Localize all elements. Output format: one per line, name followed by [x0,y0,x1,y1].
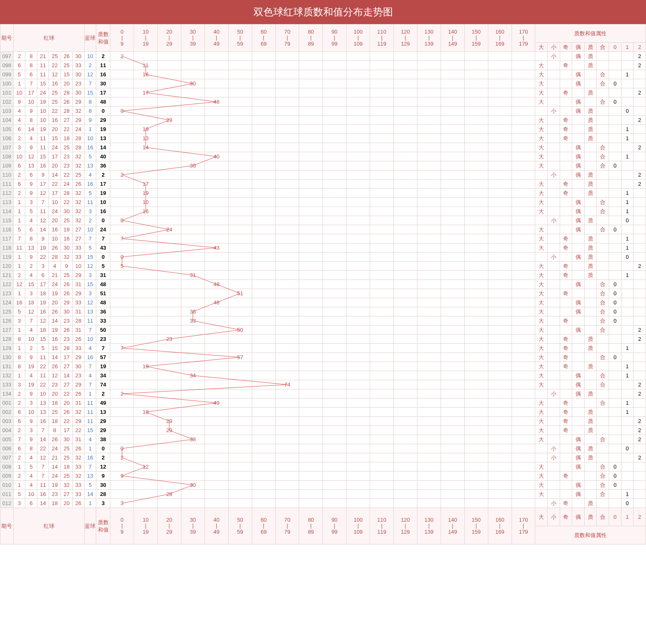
range-cell [299,453,323,462]
attr-cell: 合 [597,70,609,79]
range-cell [441,362,464,371]
attr-cell: 奇 [560,180,572,189]
period-cell: 006 [0,444,14,453]
range-cell [417,152,441,161]
range-cell [346,298,370,307]
range-cell [299,198,323,207]
redball-cell: 18 [61,462,72,471]
range-cell [275,234,299,243]
redball-cell: 6 [13,61,25,70]
range-cell [323,499,346,508]
redball-cell: 7 [13,435,25,444]
range-cell [394,271,417,280]
attr-cell: 小 [548,52,560,61]
range-cell [394,70,417,79]
range-cell [110,143,134,152]
range-cell [134,116,158,125]
range-cell [512,307,535,316]
redball-cell: 26 [73,444,84,453]
redball-cell: 17 [37,180,49,189]
sum-cell: 10 [96,198,110,207]
attr-cell: 0 [609,353,621,362]
range-cell [252,399,275,408]
range-cell [323,326,346,335]
footer-blueball: 蓝球 [84,508,96,544]
redball-cell: 1 [13,262,25,271]
table-row: 01151016232733142828大偶合1 [0,490,646,499]
blueball-cell: 7 [84,462,96,471]
range-cell [346,307,370,316]
range-cell [181,107,205,116]
attr-cell [572,271,585,280]
period-cell: 128 [0,335,14,344]
range-cell [370,353,394,362]
redball-cell: 20 [61,79,72,88]
range-cell [181,380,205,389]
range-cell [205,335,228,344]
range-cell [346,426,370,435]
range-cell [417,371,441,380]
redball-cell: 19 [49,289,61,298]
range-cell [181,462,205,471]
range-cell [228,253,252,262]
table-row: 1308911141729165757大奇合0 [0,353,646,362]
blueball-cell: 7 [84,380,96,389]
attr-cell [535,216,548,225]
range-cell [228,207,252,216]
redball-cell: 32 [73,198,84,207]
attr-cell [548,298,560,307]
range-cell [275,481,299,490]
table-row: 1342910202226122小偶质2 [0,389,646,399]
range-cell [323,417,346,426]
range-cell [205,262,228,271]
range-cell [441,107,464,116]
redball-cell: 31 [73,435,84,444]
attr-cell: 小 [548,253,560,262]
range-cell [441,207,464,216]
redball-cell: 26 [49,307,61,316]
redball-cell: 24 [49,471,61,481]
range-cell [157,271,181,280]
range-cell [110,362,134,371]
blueball-cell: 12 [84,262,96,271]
range-cell [134,152,158,161]
range-cell [394,161,417,170]
range-cell [205,234,228,243]
redball-cell: 25 [61,143,72,152]
range-cell [252,408,275,417]
redball-cell: 12 [37,453,49,462]
range-cell [205,125,228,134]
range-cell [488,198,512,207]
range-cell [134,316,158,326]
range-cell: 3 [110,499,134,508]
attr-cell [560,380,572,389]
range-cell [323,298,346,307]
redball-cell: 26 [61,280,72,289]
redball-cell: 6 [13,444,25,453]
range-cell [370,462,394,471]
range-cell [205,307,228,316]
redball-cell: 12 [25,307,37,316]
range-cell [346,198,370,207]
range-cell [252,243,275,253]
range-cell [205,107,228,116]
redball-cell: 24 [49,280,61,289]
range-cell [205,426,228,435]
range-cell [394,389,417,399]
range-cell [512,170,535,180]
range-cell [417,417,441,426]
range-cell [323,161,346,170]
range-cell [512,180,535,189]
range-cell [394,116,417,125]
range-cell [488,52,512,61]
attr-cell [597,335,609,344]
period-cell: 012 [0,499,14,508]
redball-cell: 18 [49,399,61,408]
attr-cell [597,125,609,134]
range-cell [157,88,181,97]
attr-cell: 合 [597,79,609,88]
range-cell [464,243,488,253]
range-cell [299,271,323,280]
redball-cell: 13 [37,408,49,417]
attr-cell: 0 [609,307,621,316]
